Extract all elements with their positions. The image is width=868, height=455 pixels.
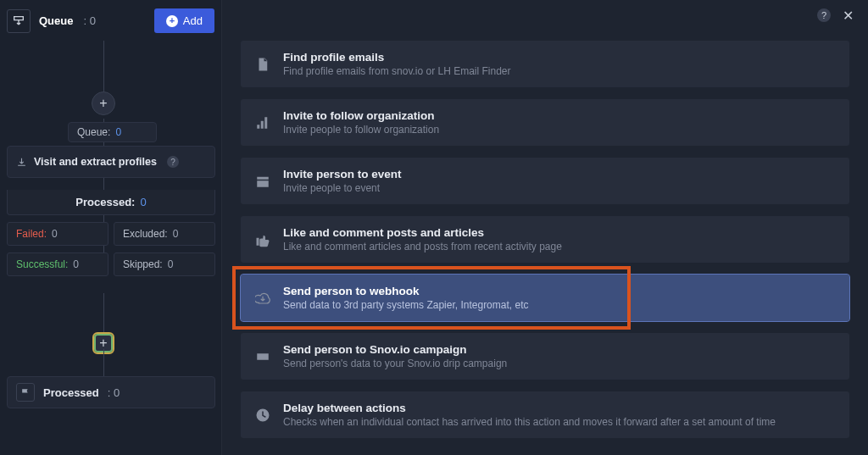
stat-successful-value: 0 [73,258,79,270]
stat-failed-value: 0 [52,228,58,240]
processed-row[interactable]: Processed: 0 [7,190,215,215]
panel-top-controls: ? ✕ [817,8,854,22]
action-icon [254,114,271,131]
workflow-action-node[interactable]: Visit and extract profiles ? [7,146,215,178]
workflow-sidebar: Queue: 0 + Add + Queue: 0 #1 Visit and e… [0,0,222,455]
action-texts: Find profile emailsFind profile emails f… [283,51,511,77]
action-desc: Checks when an individual contact has ar… [283,416,776,428]
action-title: Like and comment posts and articles [283,226,562,239]
action-title: Find profile emails [283,51,511,64]
stat-successful[interactable]: Successful: 0 [7,252,108,276]
action-title: Invite to follow organization [283,109,439,122]
action-title: Send person to webhook [283,285,528,297]
action-item[interactable]: Find profile emailsFind profile emails f… [241,41,849,87]
help-icon[interactable]: ? [167,156,179,168]
action-texts: Invite person to eventInvite people to e… [283,168,402,194]
action-node-title: Visit and extract profiles [34,156,157,168]
stat-skipped[interactable]: Skipped: 0 [114,252,215,276]
action-texts: Like and comment posts and articlesLike … [283,226,562,252]
help-icon[interactable]: ? [817,8,831,22]
action-item[interactable]: Delay between actionsChecks when an indi… [241,391,849,438]
action-texts: Send person to webhookSend data to 3rd p… [283,285,528,311]
action-title: Delay between actions [283,402,776,414]
action-desc: Invite people to event [283,182,402,194]
action-title: Send person to Snov.io campaign [283,343,507,356]
action-item[interactable]: Invite person to eventInvite people to e… [241,158,849,204]
action-icon [254,290,271,307]
stat-skipped-value: 0 [168,258,174,270]
stat-failed[interactable]: Failed: 0 [7,222,108,246]
action-picker-panel: ? ✕ Find profile emailsFind profile emai… [222,0,868,455]
plus-circle-icon: + [166,15,178,27]
action-item[interactable]: Invite to follow organizationInvite peop… [241,99,849,146]
action-item[interactable]: Like and comment posts and articlesLike … [241,216,849,263]
action-list: Find profile emailsFind profile emails f… [241,41,849,438]
action-texts: Invite to follow organizationInvite peop… [283,109,439,136]
action-icon [254,231,271,248]
connector-line [103,41,104,92]
action-desc: Send data to 3rd party systems Zapier, I… [283,299,528,311]
flag-icon [16,383,35,402]
stat-excluded-label: Excluded: [123,228,168,240]
stat-excluded-value: 0 [173,228,179,240]
stat-excluded[interactable]: Excluded: 0 [114,222,215,246]
add-step-button[interactable]: + [92,92,115,115]
close-icon[interactable]: ✕ [841,8,854,22]
processed-value: 0 [140,196,146,208]
action-desc: Send person's data to your Snov.io drip … [283,358,507,369]
add-button-label: Add [183,14,203,27]
queue-header: Queue: 0 + Add [0,0,221,42]
action-desc: Find profile emails from snov.io or LH E… [283,65,511,77]
action-desc: Invite people to follow organization [283,124,439,136]
processed-final-node[interactable]: Processed: 0 [7,376,215,408]
processed-final-label: Processed [43,386,99,399]
queue-label: Queue [39,14,73,27]
action-icon [254,348,271,365]
add-button[interactable]: + Add [154,8,214,33]
queue-chip-value: 0 [115,126,121,138]
queue-chip[interactable]: Queue: 0 [68,122,157,142]
stat-skipped-label: Skipped: [123,258,163,270]
action-icon [254,173,271,190]
action-icon [254,56,271,73]
queue-value: : 0 [83,14,95,27]
queue-icon [7,9,31,33]
action-texts: Delay between actionsChecks when an indi… [283,402,776,428]
stat-failed-label: Failed: [16,228,47,240]
processed-label: Processed: [75,196,135,208]
stat-successful-label: Successful: [16,258,68,270]
processed-final-value: : 0 [108,386,120,399]
connector-line [103,349,104,376]
action-texts: Send person to Snov.io campaignSend pers… [283,343,507,369]
action-item[interactable]: Send person to webhookSend data to 3rd p… [241,275,849,321]
queue-chip-label: Queue: [77,126,110,138]
action-icon [254,407,271,424]
action-item[interactable]: Send person to Snov.io campaignSend pers… [241,333,849,380]
download-icon [16,157,27,168]
action-desc: Like and comment articles and posts from… [283,241,562,252]
action-title: Invite person to event [283,168,402,180]
